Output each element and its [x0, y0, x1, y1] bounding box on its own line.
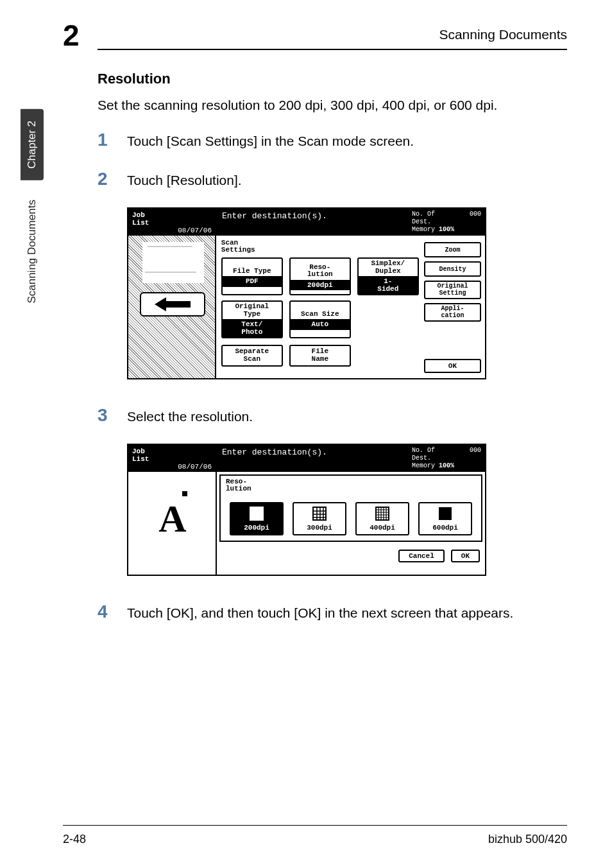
file-name-button[interactable]: File Name: [289, 345, 351, 366]
side-tab: Chapter 2 Scanning Documents: [15, 109, 49, 309]
separate-scan-button[interactable]: Separate Scan: [221, 345, 283, 366]
step-number-2: 2: [98, 169, 127, 189]
section-title: Resolution: [98, 71, 567, 87]
step-number-1: 1: [98, 130, 127, 150]
step-number-3: 3: [98, 405, 127, 426]
resolution-opt-400[interactable]: 400dpi: [355, 502, 409, 535]
grid-icon: [249, 506, 264, 521]
footer-rule: [63, 825, 567, 826]
svg-rect-2: [313, 507, 326, 520]
side-section-label: Scanning Documents: [26, 187, 38, 310]
job-list-button[interactable]: Job List 08/07/06 22:17: [128, 209, 217, 236]
page-number: 2-48: [63, 833, 86, 846]
step-text-1: Touch [Scan Settings] in the Scan mode s…: [127, 130, 414, 150]
status-area: No. Of Dest.000 Memory 100%: [408, 209, 485, 236]
destination-message: Enter destination(s).: [217, 445, 408, 472]
resolution-panel-title: Reso- lution: [226, 478, 476, 493]
scan-settings-label: Scan Settings: [221, 239, 419, 254]
density-button[interactable]: Density: [424, 261, 481, 277]
back-arrow-icon: [155, 297, 191, 311]
intro-text: Set the scanning resolution to 200 dpi, …: [98, 96, 567, 114]
ok-button[interactable]: OK: [451, 550, 480, 562]
svg-marker-0: [155, 297, 191, 311]
duplex-button[interactable]: Simplex/ Duplex 1- Sided: [357, 257, 419, 295]
original-type-button[interactable]: Original Type Text/ Photo: [221, 300, 283, 338]
top-rule: [98, 49, 567, 50]
resolution-opt-300[interactable]: 300dpi: [293, 502, 346, 535]
chapter-number-corner: 2: [63, 18, 80, 53]
resolution-button[interactable]: Reso- lution 200dpi: [289, 257, 351, 295]
cancel-button[interactable]: Cancel: [398, 550, 445, 562]
back-arrow-button[interactable]: [140, 292, 205, 317]
resolution-opt-200[interactable]: 200dpi: [230, 502, 284, 535]
step-text-4: Touch [OK], and then touch [OK] in the n…: [127, 602, 513, 622]
svg-rect-1: [250, 507, 263, 520]
file-type-button[interactable]: File Type PDF: [221, 257, 283, 295]
job-list-button[interactable]: Job List 08/07/06 22:15: [128, 445, 217, 472]
destination-message: Enter destination(s).: [217, 209, 408, 236]
application-button[interactable]: Appli- cation: [424, 303, 481, 322]
running-head: Scanning Documents: [439, 27, 567, 42]
grid-icon: [375, 506, 390, 521]
zoom-button[interactable]: Zoom: [424, 242, 481, 257]
original-setting-button[interactable]: Original Setting: [424, 281, 481, 299]
scan-size-button[interactable]: Scan Size Auto: [289, 300, 351, 338]
step-text-2: Touch [Resolution].: [127, 169, 242, 189]
chapter-badge: Chapter 2: [21, 109, 44, 180]
grid-icon: [438, 506, 453, 521]
grid-icon: [312, 506, 327, 521]
status-area: No. Of Dest.000 Memory 100%: [408, 445, 485, 472]
svg-rect-4: [439, 507, 452, 520]
svg-rect-3: [376, 507, 389, 520]
product-name: bizhub 500/420: [488, 833, 567, 846]
screenshot-scan-settings: Job List 08/07/06 22:17 Enter destinatio…: [127, 207, 486, 379]
preview-pane: A: [128, 472, 217, 575]
step-number-4: 4: [98, 602, 127, 622]
preview-pane: [128, 236, 216, 378]
preview-letter: A: [146, 490, 199, 549]
step-text-3: Select the resolution.: [127, 405, 253, 426]
ok-button[interactable]: OK: [424, 359, 481, 373]
resolution-opt-600[interactable]: 600dpi: [418, 502, 472, 535]
screenshot-resolution-select: Job List 08/07/06 22:15 Enter destinatio…: [127, 444, 486, 576]
